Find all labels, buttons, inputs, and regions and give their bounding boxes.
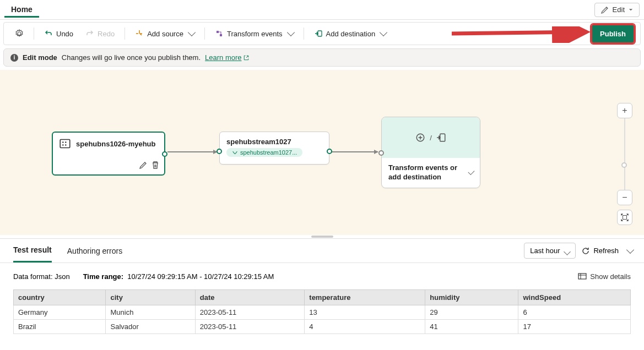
zoom-slider[interactable] — [624, 118, 625, 190]
info-icon: i — [10, 54, 18, 62]
toolbar: Undo Redo Add source Transform events Ad… — [3, 22, 641, 45]
chevron-down-icon — [380, 29, 387, 36]
svg-rect-2 — [60, 140, 70, 148]
table-cell: 41 — [425, 320, 518, 334]
svg-point-5 — [62, 144, 64, 146]
show-details-button[interactable]: Show details — [578, 272, 631, 281]
external-link-icon — [243, 54, 250, 61]
svg-rect-8 — [440, 134, 445, 141]
table-header-row: countrycitydatetemperaturehumiditywindSp… — [14, 290, 631, 305]
table-header-cell[interactable]: city — [106, 290, 195, 305]
transform-events-button[interactable]: Transform events — [209, 26, 299, 41]
connector-2 — [332, 151, 378, 152]
edit-mode-title: Edit mode — [23, 53, 57, 62]
settings-button[interactable] — [9, 26, 29, 41]
stream-pill: spehubstream1027... — [226, 148, 302, 157]
zoom-in-button[interactable]: + — [617, 103, 632, 118]
refresh-button[interactable]: Refresh — [581, 247, 619, 255]
tab-authoring-errors[interactable]: Authoring errors — [67, 240, 122, 262]
input-port[interactable] — [217, 149, 222, 154]
table-header-cell[interactable]: temperature — [305, 290, 425, 305]
chevron-down-icon — [188, 29, 196, 36]
table-cell: 6 — [518, 305, 631, 320]
transform-label: Transform events — [227, 30, 283, 38]
svg-rect-10 — [578, 274, 586, 279]
edit-mode-banner: i Edit mode Changes will go live once yo… — [3, 48, 641, 67]
results-tabs: Test result Authoring errors Last hour R… — [0, 239, 644, 263]
table-cell: Salvador — [106, 320, 195, 334]
edit-node-button[interactable] — [139, 161, 148, 171]
eventhub-icon — [59, 138, 71, 149]
learn-more-link[interactable]: Learn more — [205, 53, 249, 62]
learn-more-label: Learn more — [205, 53, 241, 62]
source-node-title: spehubns1026-myehub — [76, 140, 156, 148]
data-format-label: Data format: — [13, 272, 53, 281]
add-destination-label: Add destination — [326, 30, 376, 38]
table-header-cell[interactable]: date — [195, 290, 304, 305]
table-header-cell[interactable]: windSpeed — [518, 290, 631, 305]
header-row: Home Edit — [0, 0, 644, 20]
show-details-label: Show details — [590, 272, 631, 281]
redo-icon — [85, 29, 94, 38]
publish-button[interactable]: Publish — [591, 24, 635, 43]
undo-label: Undo — [56, 30, 73, 38]
stream-icon — [232, 150, 238, 156]
undo-icon — [44, 29, 53, 38]
gear-icon — [15, 29, 24, 38]
table-cell: 2023-05-11 — [195, 320, 304, 334]
refresh-label: Refresh — [593, 247, 619, 255]
table-row[interactable]: BrazilSalvador2023-05-1144117 — [14, 320, 631, 334]
svg-rect-0 — [318, 31, 322, 36]
add-destination-button[interactable]: Add destination — [309, 26, 392, 41]
zoom-controls: + − — [616, 103, 633, 225]
transform-icon — [215, 29, 224, 38]
connector-1 — [167, 151, 217, 152]
tab-test-result[interactable]: Test result — [13, 239, 52, 262]
refresh-icon — [581, 247, 590, 255]
table-cell: 4 — [305, 320, 425, 334]
chevron-down-icon[interactable] — [468, 168, 475, 175]
destination-placeholder-top: / — [382, 117, 480, 158]
destination-node[interactable]: / Transform events or add destination — [381, 117, 480, 188]
svg-point-4 — [65, 141, 67, 143]
svg-rect-9 — [623, 216, 627, 220]
add-source-button[interactable]: Add source — [129, 26, 200, 41]
caret-down-icon — [628, 7, 634, 13]
add-source-icon — [135, 29, 144, 38]
table-header-cell[interactable]: humidity — [425, 290, 518, 305]
results-panel: Test result Authoring errors Last hour R… — [0, 238, 644, 338]
destination-node-text: Transform events or add destination — [388, 163, 467, 182]
table-header-cell[interactable]: country — [14, 290, 106, 305]
table-cell: Brazil — [14, 320, 106, 334]
input-port[interactable] — [378, 150, 384, 156]
zoom-handle[interactable] — [621, 162, 627, 168]
table-row[interactable]: GermanyMunich2023-05-1113296 — [14, 305, 631, 320]
chevron-down-icon[interactable] — [626, 245, 634, 253]
table-cell: 29 — [425, 305, 518, 320]
stream-node-title: spehubstream1027 — [226, 138, 322, 146]
pipeline-canvas[interactable]: spehubns1026-myehub spehubstream1027 spe… — [0, 70, 644, 235]
pencil-icon — [139, 161, 148, 169]
source-node[interactable]: spehubns1026-myehub — [52, 132, 165, 176]
time-range-select[interactable]: Last hour — [524, 243, 576, 259]
time-range-value: 10/27/24 09:29:15 AM - 10/27/24 10:29:15… — [127, 272, 274, 281]
chevron-down-icon — [287, 29, 295, 36]
redo-label: Redo — [98, 30, 115, 38]
table-cell: 2023-05-11 — [195, 305, 304, 320]
transform-placeholder-icon — [415, 133, 425, 143]
stream-node[interactable]: spehubstream1027 spehubstream1027... — [219, 132, 329, 165]
fit-to-screen-button[interactable] — [617, 210, 632, 225]
delete-node-button[interactable] — [151, 161, 160, 171]
trash-icon — [151, 161, 160, 169]
fit-icon — [621, 214, 629, 221]
tab-home[interactable]: Home — [4, 2, 39, 18]
add-destination-icon — [314, 29, 323, 38]
edit-mode-message: Changes will go live once you publish th… — [62, 53, 201, 62]
undo-button[interactable]: Undo — [39, 26, 79, 41]
output-port[interactable] — [162, 151, 167, 157]
destination-placeholder-icon — [436, 133, 446, 143]
redo-button: Redo — [80, 26, 120, 41]
edit-dropdown[interactable]: Edit — [594, 3, 640, 17]
output-port[interactable] — [327, 149, 332, 154]
zoom-out-button[interactable]: − — [617, 190, 632, 205]
